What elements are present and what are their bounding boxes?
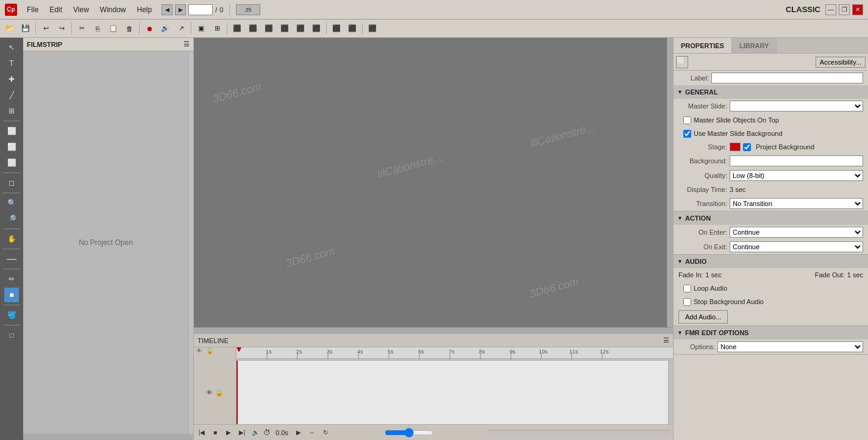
menu-edit[interactable]: Edit (44, 4, 67, 15)
close-button[interactable]: ✕ (852, 4, 863, 15)
menu-help[interactable]: Help (132, 4, 157, 15)
play-from-btn[interactable]: ▶ (293, 427, 304, 438)
on-exit-select[interactable]: Continue (730, 241, 863, 252)
bring-front-btn[interactable]: ⬛ (329, 22, 344, 35)
rollover-tool[interactable]: ⬜ (4, 140, 19, 154)
on-enter-select[interactable]: Continue (730, 227, 863, 238)
align-center-btn[interactable]: ⬛ (246, 22, 260, 35)
send-back-btn[interactable]: ⬛ (345, 22, 360, 35)
stop-btn[interactable]: ■ (210, 427, 221, 438)
record-btn[interactable]: ⏺ (142, 22, 157, 35)
master-objects-checkbox[interactable] (683, 116, 691, 124)
cut-btn[interactable]: ✂ (74, 22, 89, 35)
next-slide-btn[interactable]: ▶ (175, 4, 186, 15)
stop-bg-audio-checkbox[interactable] (683, 298, 691, 306)
add-audio-button[interactable]: Add Audio... (678, 310, 728, 324)
tab-library[interactable]: LIBRARY (732, 38, 777, 53)
frame-input[interactable]: 0 (188, 4, 213, 15)
timeline-tracks[interactable] (237, 361, 668, 424)
line-tool[interactable]: ╱ (4, 88, 19, 102)
stage-label: Stage: (678, 143, 727, 151)
stage-bottom-scrollbar[interactable] (194, 327, 673, 333)
loop-btn[interactable]: ↻ (320, 427, 331, 438)
menu-view[interactable]: View (68, 4, 94, 15)
use-master-bg-checkbox[interactable] (683, 130, 691, 138)
background-input[interactable] (730, 155, 863, 166)
maximize-button[interactable]: ❒ (839, 4, 850, 15)
align-top-btn[interactable]: ⬛ (277, 22, 292, 35)
label-input[interactable] (711, 73, 863, 83)
align-bottom-btn[interactable]: ⬛ (309, 22, 324, 35)
filmstrip-h-scrollbar[interactable] (23, 434, 193, 440)
timeline-zoom-slider[interactable] (385, 428, 433, 438)
fill-tool[interactable]: 🪣 (4, 308, 19, 322)
smart-shape-tool[interactable]: ◻ (4, 176, 19, 190)
general-header[interactable]: ▼ GENERAL (674, 85, 868, 99)
filmstrip-menu-icon[interactable]: ☰ (183, 40, 190, 48)
open-btn[interactable]: 📂 (2, 22, 17, 35)
button-tool[interactable]: ⬜ (4, 124, 19, 138)
loop-audio-checkbox[interactable] (683, 285, 691, 293)
pointer-btn[interactable]: ↗ (174, 22, 188, 35)
stage-color-swatch[interactable] (730, 143, 741, 151)
eraser-tool[interactable]: □ (4, 328, 19, 342)
copy-btn[interactable]: ⎘ (90, 22, 105, 35)
master-slide-select[interactable] (730, 101, 863, 112)
lock-track-icon[interactable]: 🔒 (215, 389, 224, 397)
quality-select[interactable]: Low (8-bit) (730, 170, 863, 181)
menu-window[interactable]: Window (95, 4, 131, 15)
tab-properties[interactable]: PROPERTIES (674, 38, 732, 53)
rectangle-tool[interactable]: ■ (4, 288, 19, 302)
save-btn[interactable]: 💾 (18, 22, 33, 35)
zoom-in-tool[interactable]: 🔍 (4, 196, 19, 210)
go-start-btn[interactable]: |◀ (196, 427, 207, 438)
timeline-header: TIMELINE ☰ (194, 334, 673, 347)
timeline-h-scrollbar[interactable] (488, 430, 671, 436)
redo-btn[interactable]: ↪ (54, 22, 69, 35)
zoom-out-tool[interactable]: 🔎 (4, 211, 19, 226)
paste-btn[interactable]: 📋 (106, 22, 121, 35)
transition-select[interactable]: No Transition (730, 198, 863, 209)
pan-tool[interactable]: ✋ (4, 232, 19, 246)
accessibility-button[interactable]: Accessibility... (816, 57, 866, 68)
timeline-v-scrollbar[interactable] (668, 361, 673, 424)
text-tool[interactable]: T (4, 56, 19, 71)
timeline-title: TIMELINE (197, 337, 229, 344)
align-mid-btn[interactable]: ⬛ (293, 22, 308, 35)
undo-btn[interactable]: ↩ (38, 22, 53, 35)
timeline-menu-icon[interactable]: ☰ (663, 336, 669, 344)
eye-icon[interactable]: 👁 (196, 347, 202, 354)
group-btn[interactable]: ▣ (194, 22, 208, 35)
line2-tool[interactable]: — (4, 252, 19, 266)
go-end-btn[interactable]: ▶| (237, 427, 247, 438)
pencil-tool[interactable]: ✏ (4, 272, 19, 286)
slide-icon[interactable]: ⬜ (676, 56, 688, 68)
prev-slide-btn[interactable]: ◀ (162, 4, 173, 15)
fmr-options-select[interactable]: None (717, 341, 863, 352)
zoom-tool[interactable]: ⊞ (4, 104, 19, 118)
select-tool[interactable]: ↖ (4, 40, 19, 55)
fit-btn[interactable]: ↔ (307, 427, 318, 438)
click-box-tool[interactable]: ⬜ (4, 155, 19, 170)
quality-label: Quality: (678, 172, 727, 179)
minimize-button[interactable]: — (825, 4, 836, 15)
misc1-btn[interactable]: ⬛ (365, 22, 380, 35)
project-bg-checkbox[interactable] (743, 143, 751, 151)
lock-icon[interactable]: 🔒 (206, 347, 213, 354)
shape-tool[interactable]: ✚ (4, 72, 19, 87)
audio-btn[interactable]: 🔊 (250, 427, 261, 438)
ungroup-btn[interactable]: ⊞ (210, 22, 224, 35)
delete-btn[interactable]: 🗑 (122, 22, 137, 35)
stage[interactable]: 3D66.com illCationstre... 3D66.com illCa… (194, 38, 667, 327)
filmstrip-scrollbar[interactable] (188, 51, 193, 434)
align-right-btn[interactable]: ⬛ (261, 22, 276, 35)
action-header[interactable]: ▼ ACTION (674, 211, 868, 225)
audio-header[interactable]: ▼ AUDIO (674, 255, 868, 268)
align-left-btn[interactable]: ⬛ (230, 22, 244, 35)
fmr-header[interactable]: ▼ FMR EDIT OPTIONS (674, 326, 868, 339)
stage-right-scrollbar[interactable] (667, 38, 673, 327)
play-btn[interactable]: ▶ (223, 427, 234, 438)
sound-btn[interactable]: 🔊 (158, 22, 173, 35)
menu-file[interactable]: File (22, 4, 43, 15)
eye-track-icon[interactable]: 👁 (206, 389, 213, 396)
